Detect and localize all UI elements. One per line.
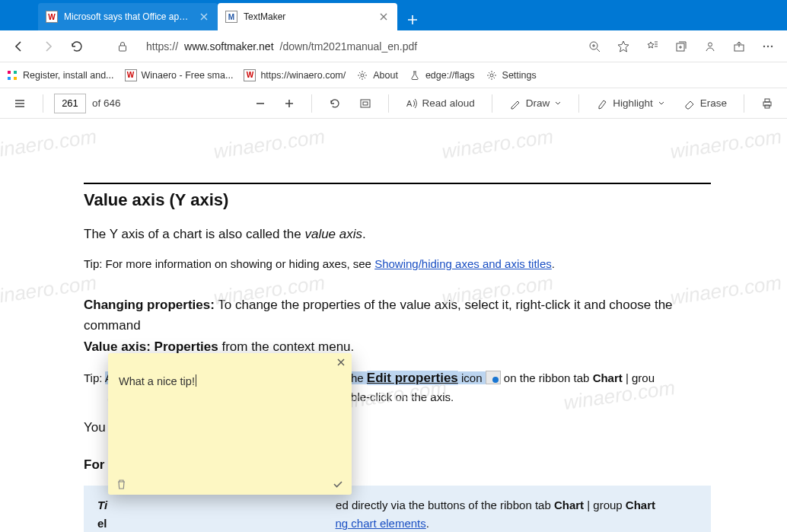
- favicon-icon: M: [225, 11, 237, 23]
- svg-rect-8: [8, 71, 11, 74]
- rotate-button[interactable]: [323, 91, 347, 116]
- confirm-check-icon[interactable]: [332, 478, 344, 490]
- svg-rect-10: [8, 77, 11, 80]
- bookmark-item[interactable]: W https://winaero.com/: [244, 69, 346, 81]
- chevron-down-icon: [554, 100, 562, 107]
- trash-icon[interactable]: [116, 479, 127, 490]
- svg-rect-0: [119, 46, 126, 51]
- separator: [744, 94, 744, 113]
- gear-icon: [486, 69, 498, 81]
- menu-icon[interactable]: [755, 33, 781, 59]
- bookmark-label: Winaero - Free sma...: [142, 70, 234, 81]
- watermark: winaero.com: [0, 125, 98, 164]
- zoom-in-button[interactable]: [278, 91, 301, 116]
- collections-icon[interactable]: [668, 33, 694, 59]
- share-icon[interactable]: [726, 33, 752, 59]
- flask-icon: [409, 69, 421, 81]
- doc-link[interactable]: Showing/hiding axes and axis titles: [374, 257, 552, 270]
- svg-point-3: [709, 43, 712, 46]
- svg-rect-14: [361, 100, 370, 107]
- tab-label: Microsoft says that Office apps ar: [64, 11, 192, 22]
- bookmark-label: Settings: [502, 70, 537, 81]
- watermark: winaero.com: [441, 125, 555, 164]
- page-total-label: of 646: [92, 97, 121, 109]
- tab-label: TextMaker: [244, 11, 371, 22]
- favorite-star-icon[interactable]: [610, 33, 636, 59]
- body-text: Tip: For more information on showing or …: [84, 255, 711, 273]
- bookmark-item[interactable]: Register, install and...: [6, 69, 114, 81]
- page-number-input[interactable]: [54, 94, 86, 113]
- watermark: winaero.com: [669, 125, 783, 164]
- svg-point-13: [490, 74, 493, 77]
- site-info-lock-icon[interactable]: [110, 33, 135, 59]
- pdf-annotation-note[interactable]: What a nice tip!: [108, 353, 352, 495]
- close-icon[interactable]: [378, 11, 390, 23]
- url-host: www.softmaker.net: [184, 40, 274, 53]
- tab-active[interactable]: M TextMaker: [218, 3, 397, 30]
- svg-point-12: [361, 74, 364, 77]
- edit-properties-icon: [486, 371, 501, 384]
- tab-strip: W Microsoft says that Office apps ar M T…: [38, 3, 397, 30]
- separator: [388, 94, 389, 113]
- heading-rule: [84, 183, 711, 184]
- read-aloud-label: Read aloud: [422, 97, 475, 109]
- close-icon[interactable]: [336, 358, 346, 367]
- zoom-icon[interactable]: [581, 33, 607, 59]
- erase-button[interactable]: Erase: [677, 91, 733, 116]
- browser-titlebar: W Microsoft says that Office apps ar M T…: [0, 0, 787, 30]
- draw-button[interactable]: Draw: [503, 91, 569, 116]
- new-tab-button[interactable]: [402, 9, 423, 30]
- svg-rect-15: [363, 102, 368, 105]
- favorites-bar-icon[interactable]: [639, 33, 665, 59]
- separator: [578, 94, 579, 113]
- section-heading: Value axis (Y axis): [84, 190, 711, 210]
- svg-point-7: [771, 45, 773, 46]
- profile-icon[interactable]: [697, 33, 723, 59]
- highlight-label: Highlight: [613, 97, 653, 109]
- bookmark-item[interactable]: edge://flags: [409, 69, 475, 81]
- bookmark-label: About: [373, 70, 398, 81]
- svg-text:A: A: [406, 99, 413, 108]
- refresh-button[interactable]: [64, 33, 90, 59]
- gear-icon: [356, 69, 368, 81]
- svg-point-6: [767, 45, 769, 46]
- svg-rect-9: [14, 71, 17, 74]
- bookmark-item[interactable]: About: [356, 69, 398, 81]
- read-aloud-button[interactable]: A Read aloud: [400, 91, 481, 116]
- url-scheme: https://: [146, 40, 178, 53]
- forward-button: [35, 33, 61, 59]
- highlight-button[interactable]: Highlight: [590, 91, 671, 116]
- contents-toggle-icon[interactable]: [8, 91, 32, 116]
- apps-icon: [6, 69, 18, 81]
- url-path: /down/tm2021manual_en.pdf: [280, 40, 418, 53]
- bookmarks-bar: Register, install and... W Winaero - Fre…: [0, 62, 787, 88]
- pdf-toolbar: of 646 A Read aloud Draw Highlight Erase: [0, 88, 787, 119]
- bookmark-item[interactable]: Settings: [486, 69, 537, 81]
- bookmark-label: edge://flags: [425, 70, 475, 81]
- zoom-out-button[interactable]: [249, 91, 272, 116]
- favicon-icon: W: [46, 11, 58, 23]
- url-input[interactable]: https://www.softmaker.net/down/tm2021man…: [139, 34, 578, 59]
- separator: [43, 94, 43, 113]
- fit-page-button[interactable]: [353, 91, 378, 116]
- svg-point-5: [763, 45, 765, 46]
- body-text: Changing properties: To change the prope…: [84, 295, 711, 357]
- separator: [311, 94, 312, 113]
- erase-label: Erase: [700, 97, 727, 109]
- bookmark-item[interactable]: W Winaero - Free sma...: [125, 69, 234, 81]
- close-icon[interactable]: [198, 11, 210, 23]
- print-button[interactable]: [755, 91, 779, 116]
- tab-background[interactable]: W Microsoft says that Office apps ar: [38, 3, 218, 30]
- doc-link[interactable]: ng chart elements: [336, 517, 426, 530]
- text-caret: [196, 374, 196, 387]
- favicon-icon: W: [125, 69, 137, 81]
- draw-label: Draw: [526, 97, 550, 109]
- svg-rect-11: [14, 77, 17, 80]
- note-text-input[interactable]: What a nice tip!: [108, 371, 352, 473]
- separator: [492, 94, 492, 113]
- back-button[interactable]: [6, 33, 32, 59]
- address-bar: https://www.softmaker.net/down/tm2021man…: [0, 30, 787, 62]
- svg-rect-18: [765, 99, 769, 102]
- bookmark-label: Register, install and...: [23, 70, 114, 81]
- bookmark-label: https://winaero.com/: [260, 70, 346, 81]
